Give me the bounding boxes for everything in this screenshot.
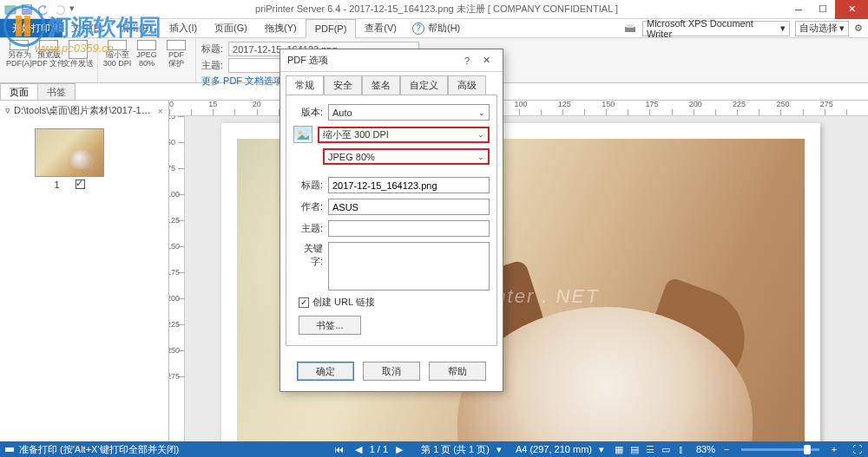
chevron-down-icon: ▿ bbox=[5, 105, 10, 116]
close-icon[interactable]: × bbox=[158, 106, 163, 116]
dialog-tab-security[interactable]: 安全 bbox=[324, 75, 362, 95]
view-mode-2[interactable]: ▤ bbox=[627, 442, 642, 456]
primary-tab[interactable]: 开始打印 bbox=[0, 19, 62, 37]
tab-pages[interactable]: 页面 bbox=[0, 83, 38, 100]
dialog-tab-custom[interactable]: 自定义 bbox=[400, 75, 448, 95]
jpeg-icon bbox=[137, 40, 156, 50]
fullscreen-button[interactable]: ⛶ bbox=[849, 442, 865, 456]
author-label: 作者: bbox=[293, 200, 323, 213]
zoom-slider[interactable] bbox=[741, 448, 819, 451]
chevron-down-icon[interactable]: ▾ bbox=[599, 444, 604, 455]
btn-preview-pdf[interactable]: 预览版PDF 文件 bbox=[35, 40, 62, 68]
status-bar: 准备打印 (按'Alt+X'键打印全部并关闭) ⏮ ◀ 1 / 1 ▶ 第 1 … bbox=[0, 441, 868, 457]
qat-redo-icon[interactable] bbox=[53, 3, 67, 16]
ribbon-more-link[interactable]: 更多 PDF 文档选项 bbox=[201, 75, 283, 88]
view-mode-1[interactable]: ▦ bbox=[611, 442, 627, 456]
btn-send-file[interactable]: 文件发送 bbox=[64, 40, 92, 68]
dialog-tabs: 常规 安全 签名 自定义 高级 bbox=[280, 72, 503, 95]
gear-icon[interactable]: ⚙ bbox=[854, 23, 863, 34]
tab-view[interactable]: 查看(V) bbox=[356, 19, 405, 37]
thumbnail-checkbox[interactable] bbox=[76, 180, 85, 189]
dialog-help-button[interactable]: ? bbox=[457, 55, 477, 66]
dialog-title-bar[interactable]: PDF 选项 ? ✕ bbox=[280, 49, 503, 72]
tab-pdf[interactable]: PDF(P) bbox=[306, 19, 357, 38]
help-button[interactable]: 帮助 bbox=[429, 362, 486, 381]
chevron-down-icon: ⌄ bbox=[477, 153, 484, 161]
dialog-tab-signature[interactable]: 签名 bbox=[362, 75, 400, 95]
thumbnail-number: 1 bbox=[54, 180, 59, 190]
pdf-icon bbox=[10, 40, 29, 50]
svg-rect-0 bbox=[5, 6, 16, 14]
ribbon-group-save: 另存为PDF(A) 预览版PDF 文件 文件发送 bbox=[0, 38, 98, 82]
page-thumbnail[interactable]: 1 bbox=[35, 128, 104, 190]
view-mode-5[interactable]: ⫿ bbox=[674, 442, 689, 456]
chevron-down-icon: ▾ bbox=[780, 23, 786, 34]
close-button[interactable]: ✕ bbox=[835, 0, 868, 19]
downscale-select[interactable]: 缩小至 300 DPI⌄ bbox=[318, 127, 490, 143]
keywords-input[interactable] bbox=[328, 242, 490, 291]
minimize-button[interactable]: ─ bbox=[786, 0, 811, 19]
pdf-options-dialog: PDF 选项 ? ✕ 常规 安全 签名 自定义 高级 版本: Auto⌄ 缩小至… bbox=[279, 49, 503, 392]
canvas: 1015202530404550100125150175200225250275… bbox=[169, 101, 868, 441]
printer-status-icon bbox=[3, 443, 16, 455]
title-label: 标题: bbox=[293, 179, 323, 192]
zoom-in-button[interactable]: + bbox=[826, 442, 842, 456]
tab-bookmarks[interactable]: 书签 bbox=[37, 83, 76, 100]
preview-icon bbox=[39, 40, 58, 50]
printer-select[interactable]: Microsoft XPS Document Writer▾ bbox=[642, 21, 790, 36]
dialog-tab-general[interactable]: 常规 bbox=[286, 75, 324, 95]
tab-file[interactable]: 文件(F) bbox=[62, 19, 111, 37]
qat-undo-icon[interactable] bbox=[36, 3, 50, 16]
tab-help[interactable]: ? 帮助(H) bbox=[405, 19, 467, 37]
tab-page[interactable]: 页面(G) bbox=[206, 19, 256, 37]
cancel-button[interactable]: 取消 bbox=[363, 362, 420, 381]
downscale-icon bbox=[108, 40, 127, 50]
btn-save-as-pdf[interactable]: 另存为PDF(A) bbox=[5, 40, 33, 68]
thumbnail-image bbox=[35, 128, 104, 177]
send-icon bbox=[69, 40, 88, 59]
bookmarks-button[interactable]: 书签... bbox=[299, 316, 361, 335]
subject-input[interactable] bbox=[328, 220, 490, 237]
ribbon-group-image: 缩小至300 DPI JPEG80% PDF保护 bbox=[98, 38, 196, 82]
jpeg-select[interactable]: JPEG 80%⌄ bbox=[323, 148, 490, 165]
tab-edit[interactable]: 编辑(E) bbox=[111, 19, 161, 37]
mode-select[interactable]: 自动选择▾ bbox=[795, 21, 849, 36]
prev-page-button[interactable]: ◀ bbox=[351, 442, 366, 456]
document-path[interactable]: ▿ D:\tools\桌面\图片素材\2017-12-15_164123.p..… bbox=[0, 101, 168, 121]
help-icon: ? bbox=[412, 23, 424, 35]
first-page-button[interactable]: ⏮ bbox=[332, 442, 347, 456]
ok-button[interactable]: 确定 bbox=[297, 362, 354, 381]
qat-save-icon[interactable] bbox=[20, 3, 34, 16]
quick-access-toolbar: ▾ bbox=[0, 3, 87, 16]
svg-rect-4 bbox=[627, 24, 634, 28]
chevron-down-icon[interactable]: ▾ bbox=[496, 444, 502, 455]
title-input[interactable] bbox=[328, 177, 490, 193]
svg-rect-7 bbox=[5, 447, 14, 452]
zoom-out-button[interactable]: − bbox=[719, 442, 734, 456]
page-navigator: ⏮ ◀ 1 / 1 ▶ bbox=[325, 442, 414, 456]
tab-drag[interactable]: 拖拽(Y) bbox=[256, 19, 306, 37]
window-title: priPrinter Server 6.4 - 2017-12-15_16412… bbox=[87, 3, 786, 16]
dialog-tab-advanced[interactable]: 高级 bbox=[448, 75, 486, 95]
btn-downscale[interactable]: 缩小至300 DPI bbox=[103, 40, 131, 68]
vertical-ruler: 255075100125150175200225250275 bbox=[169, 116, 185, 441]
paper-size: A4 (297, 210 mm) bbox=[516, 444, 592, 454]
url-links-checkbox[interactable]: ✓创建 URL 链接 bbox=[299, 296, 490, 309]
btn-jpeg[interactable]: JPEG80% bbox=[133, 40, 161, 68]
keywords-label: 关键字: bbox=[293, 242, 323, 268]
qat-dropdown-icon[interactable]: ▾ bbox=[69, 3, 83, 16]
version-select[interactable]: Auto⌄ bbox=[328, 104, 490, 121]
dialog-close-button[interactable]: ✕ bbox=[477, 55, 496, 66]
url-links-label: 创建 URL 链接 bbox=[312, 296, 375, 309]
tab-insert[interactable]: 插入(I) bbox=[161, 19, 206, 37]
author-input[interactable] bbox=[328, 199, 490, 215]
title-bar: ▾ priPrinter Server 6.4 - 2017-12-15_164… bbox=[0, 0, 868, 19]
view-mode-3[interactable]: ☰ bbox=[642, 442, 658, 456]
view-mode-4[interactable]: ▭ bbox=[658, 442, 674, 456]
chevron-down-icon: ⌄ bbox=[478, 108, 485, 117]
next-page-button[interactable]: ▶ bbox=[391, 442, 407, 456]
btn-pdf-protect[interactable]: PDF保护 bbox=[162, 40, 190, 68]
horizontal-ruler: 1015202530404550100125150175200225250275 bbox=[169, 101, 868, 116]
document-path-label: D:\tools\桌面\图片素材\2017-12-15_164123.p... bbox=[14, 104, 155, 117]
maximize-button[interactable]: ☐ bbox=[811, 0, 835, 19]
